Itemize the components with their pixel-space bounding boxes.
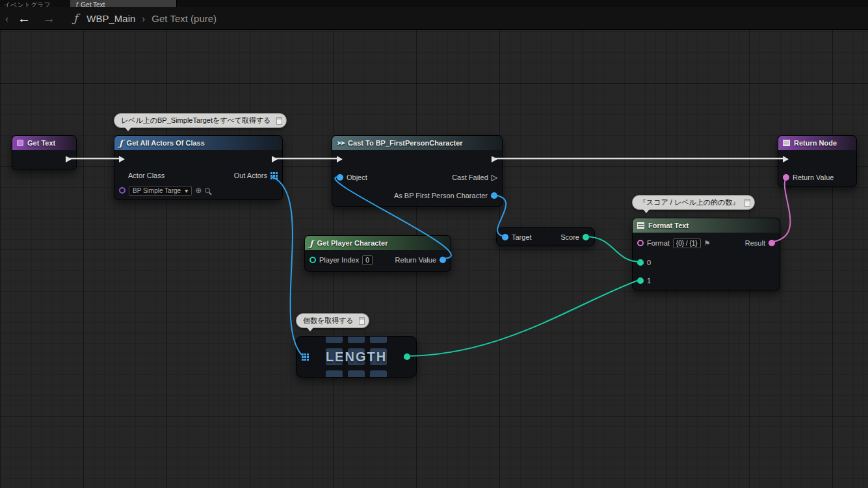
exec-out-pin[interactable] bbox=[272, 156, 278, 162]
node-return[interactable]: Return Node Return Value bbox=[778, 135, 857, 187]
arg0-pin[interactable] bbox=[637, 259, 644, 266]
comment-length[interactable]: 個数を取得する bbox=[296, 313, 369, 328]
chevron-down-icon: ▾ bbox=[185, 187, 188, 194]
out-actors-array-pin[interactable] bbox=[270, 172, 272, 174]
node-format-text[interactable]: Format Text Format {0} / {1} ⚑ Result 0 … bbox=[632, 218, 780, 290]
format-label: Format bbox=[647, 239, 670, 247]
breadcrumb-bar: ‹ ← → ƒ WBP_Main › Get Text (pure) bbox=[0, 7, 868, 30]
breadcrumb-separator: › bbox=[142, 13, 145, 24]
cast-icon: ➤➤ bbox=[337, 140, 344, 146]
comment-text: レベル上のBP_SimpleTargetをすべて取得する bbox=[121, 116, 271, 125]
exec-out-pin[interactable] bbox=[492, 156, 497, 162]
node-get-all-actors-of-class[interactable]: ƒ Get All Actors Of Class Actor Class Ou… bbox=[114, 135, 283, 200]
breadcrumb-current: Get Text (pure) bbox=[151, 13, 217, 24]
arg0-label: 0 bbox=[647, 259, 651, 266]
pin-row: Player Index 0 Return Value bbox=[305, 250, 451, 270]
node-header: Format Text bbox=[633, 218, 780, 233]
browse-class-icon[interactable] bbox=[205, 188, 210, 193]
arg1-pin[interactable] bbox=[637, 277, 644, 284]
comment-text: 『スコア / レベル上の的の数』 bbox=[639, 198, 739, 207]
node-header: ➤➤ Cast To BP_FirstPersonCharacter bbox=[332, 136, 502, 150]
comment-get-all-actors[interactable]: レベル上のBP_SimpleTargetをすべて取得する bbox=[114, 113, 287, 128]
cast-failed-exec-pin[interactable]: ▷ bbox=[492, 174, 497, 181]
target-label: Target bbox=[512, 233, 532, 241]
length-output-pin[interactable] bbox=[404, 353, 410, 360]
forward-arrow-icon[interactable]: → bbox=[42, 11, 55, 26]
exec-in-pin[interactable] bbox=[783, 156, 789, 162]
as-character-label: As BP First Person Character bbox=[394, 192, 488, 199]
exec-out-pin[interactable] bbox=[66, 156, 72, 162]
node-title: LENGTH bbox=[296, 337, 416, 377]
pin-row: Object Cast Failed ▷ bbox=[332, 168, 502, 186]
player-index-input[interactable]: 0 bbox=[362, 255, 373, 265]
node-get-score[interactable]: Target Score bbox=[496, 227, 595, 246]
breadcrumb-root[interactable]: WBP_Main bbox=[86, 13, 135, 24]
pin-row: As BP First Person Character bbox=[332, 186, 502, 205]
pin-row bbox=[114, 150, 282, 168]
tab-scroll-left-icon[interactable]: ‹ bbox=[5, 13, 8, 24]
format-pin[interactable] bbox=[637, 240, 644, 246]
comment-pin-icon[interactable] bbox=[744, 199, 750, 207]
pin-row bbox=[778, 150, 856, 168]
score-label: Score bbox=[560, 233, 579, 241]
back-arrow-icon[interactable]: ← bbox=[18, 11, 31, 26]
node-title: Get Text bbox=[27, 139, 55, 147]
node-header: ƒ Get Player Character bbox=[305, 236, 451, 250]
comment-format-text[interactable]: 『スコア / レベル上の的の数』 bbox=[632, 195, 755, 210]
function-icon: ƒ bbox=[309, 238, 313, 248]
array-input-pin[interactable] bbox=[302, 353, 304, 355]
blueprint-editor: イベントグラフ ƒ Get Text ‹ ← → ƒ WBP_Main › Ge… bbox=[0, 0, 868, 488]
exec-in-pin[interactable] bbox=[119, 156, 125, 162]
add-class-icon[interactable]: ⊕ bbox=[195, 186, 202, 195]
localization-flag-icon[interactable]: ⚑ bbox=[704, 239, 711, 248]
function-icon: ƒ bbox=[119, 138, 123, 148]
pin-row bbox=[332, 150, 502, 168]
format-input[interactable]: {0} / {1} bbox=[673, 238, 701, 248]
comment-text: 個数を取得する bbox=[303, 316, 354, 326]
pin-row: 1 bbox=[633, 272, 780, 289]
node-title: Get Player Character bbox=[317, 239, 388, 247]
target-pin[interactable] bbox=[502, 234, 508, 240]
node-title: Get All Actors Of Class bbox=[127, 139, 205, 147]
cast-failed-label: Cast Failed bbox=[452, 173, 488, 181]
arg1-label: 1 bbox=[647, 277, 651, 285]
comment-pin-icon[interactable] bbox=[359, 317, 365, 325]
player-index-label: Player Index bbox=[319, 256, 359, 264]
pin-row: 0 bbox=[633, 253, 780, 272]
node-get-player-character[interactable]: ƒ Get Player Character Player Index 0 Re… bbox=[304, 235, 451, 272]
tab-get-text[interactable]: ƒ Get Text bbox=[70, 0, 177, 7]
function-icon: ƒ bbox=[73, 12, 77, 25]
actor-class-label: Actor Class bbox=[128, 172, 164, 179]
node-title: Format Text bbox=[648, 222, 689, 229]
node-get-text[interactable]: Get Text bbox=[12, 135, 77, 170]
exec-in-pin[interactable] bbox=[337, 156, 343, 162]
text-function-icon bbox=[17, 140, 23, 146]
comment-pin-icon[interactable] bbox=[276, 117, 282, 125]
node-header: Return Node bbox=[778, 136, 856, 150]
actor-class-dropdown[interactable]: BP Simple Targe ▾ bbox=[129, 186, 192, 196]
score-pin[interactable] bbox=[583, 234, 589, 240]
node-array-length[interactable]: LENGTH bbox=[296, 336, 417, 378]
format-text-icon bbox=[637, 222, 644, 229]
return-node-icon bbox=[783, 140, 790, 146]
pin-row: Format {0} / {1} ⚑ Result bbox=[633, 233, 780, 253]
tab-event-graph[interactable]: イベントグラフ bbox=[4, 0, 51, 7]
pin-row bbox=[12, 150, 76, 168]
node-header: Get Text bbox=[12, 136, 76, 150]
return-value-pin[interactable] bbox=[440, 257, 446, 263]
return-value-label: Return Value bbox=[395, 256, 436, 264]
node-header: ƒ Get All Actors Of Class bbox=[114, 136, 282, 150]
actor-class-pin[interactable] bbox=[119, 187, 125, 194]
pin-row: Return Value bbox=[778, 168, 856, 186]
as-character-pin[interactable] bbox=[491, 192, 497, 199]
actor-class-value: BP Simple Targe bbox=[133, 187, 181, 194]
return-value-pin[interactable] bbox=[783, 174, 789, 181]
node-title: Return Node bbox=[794, 139, 837, 147]
node-title: Cast To BP_FirstPersonCharacter bbox=[348, 139, 462, 147]
object-label: Object bbox=[347, 173, 367, 181]
result-pin[interactable] bbox=[769, 240, 775, 246]
player-index-pin[interactable] bbox=[309, 257, 316, 263]
node-cast-to-bp-firstpersoncharacter[interactable]: ➤➤ Cast To BP_FirstPersonCharacter Objec… bbox=[332, 135, 503, 207]
object-pin[interactable] bbox=[337, 174, 343, 181]
return-value-label: Return Value bbox=[793, 173, 834, 181]
